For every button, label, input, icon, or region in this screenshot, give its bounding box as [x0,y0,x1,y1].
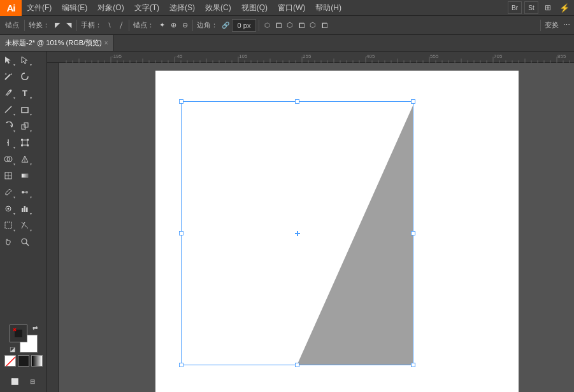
stock-icon[interactable]: St [524,1,538,14]
slice-tool[interactable]: ▾ [17,217,33,234]
anchor2-label: 锚点： [132,20,155,30]
corner-label: 边角： [196,20,219,30]
convert-btn1[interactable]: ◤ [52,18,62,32]
menu-view[interactable]: 视图(Q) [236,0,273,15]
convert-label: 转换： [27,20,51,30]
type-tool[interactable]: T ▾ [17,85,33,101]
svg-point-29 [8,208,10,210]
svg-line-6 [5,106,11,113]
color-swatches: ◪ ⇄ [0,321,47,370]
menu-select[interactable]: 选择(S) [164,0,200,15]
svg-text:855: 855 [557,53,566,59]
none-swatch[interactable] [4,355,16,367]
svg-line-35 [26,243,29,246]
gradient-tool[interactable] [17,167,33,184]
tool-row-10: ▾ ▾ [0,200,47,217]
direct-selection-tool[interactable]: ▾ [17,52,33,68]
tool-row-5: ▾ ▾ [0,118,47,134]
view-icons-row: ⬜ ⊟ [0,370,47,392]
svg-text:405: 405 [366,53,375,59]
svg-rect-14 [27,139,29,141]
rotate-tool[interactable]: ▾ [0,118,17,134]
free-transform-tool[interactable] [17,134,33,151]
svg-line-39 [6,357,15,366]
svg-rect-12 [22,140,27,145]
foreground-color-swatch[interactable] [10,325,27,342]
corner-type5[interactable]: ⬡ [308,18,318,32]
rectangle-tool[interactable]: ▾ [17,101,33,118]
shape-builder-tool[interactable]: ▾ [0,151,17,167]
menu-file[interactable]: 文件(F) [22,0,57,15]
document-tab[interactable]: 未标题-2* @ 101% (RGB/预览) × [0,35,114,51]
symbol-tool[interactable]: ▾ [0,200,17,217]
bridge-icon[interactable]: Br [508,1,522,14]
blend-tool[interactable]: ▾ [17,184,33,200]
gradient-swatch[interactable] [31,355,43,367]
pen-tool[interactable]: ▾ [0,85,17,101]
svg-rect-16 [27,144,29,146]
magic-wand-tool[interactable]: ✦ [0,68,17,85]
menu-window[interactable]: 窗口(W) [273,0,310,15]
svg-rect-7 [22,108,28,113]
corner-type6[interactable]: ⧠ [319,18,329,32]
svg-point-5 [10,90,12,92]
tool-row-11: ▾ ▾ [0,217,47,234]
handle-label: 手柄： [80,20,103,30]
sep1 [24,20,25,31]
width-tool[interactable]: ▾ [0,134,17,151]
sync-icon[interactable]: ⚡ [557,1,571,14]
workspace-icon[interactable]: ⊞ [541,1,555,14]
corner-type4[interactable]: ⧠ [296,18,306,32]
lasso-tool[interactable] [17,68,33,85]
svg-text:255: 255 [303,53,312,59]
svg-rect-13 [21,139,23,141]
menu-effect[interactable]: 效果(C) [200,0,236,15]
handle-btn2[interactable]: ⧸ [116,18,126,32]
anchor-btn3[interactable]: ⊖ [180,18,190,32]
perspective-tool[interactable]: ▾ [17,151,33,167]
scale-tool[interactable]: ▾ [17,118,33,134]
swap-colors-btn[interactable]: ⇄ [32,325,38,332]
tab-close-btn[interactable]: × [104,39,108,46]
tool-row-8 [0,167,47,184]
line-tool[interactable]: ▾ [0,101,17,118]
tab-bar: 未标题-2* @ 101% (RGB/预览) × [0,35,574,52]
selection-tool[interactable]: ▾ [0,52,17,68]
svg-marker-0 [5,57,11,64]
fill-stroke-row [3,354,44,368]
hand-tool[interactable] [0,234,17,250]
menu-edit[interactable]: 编辑(E) [57,0,92,15]
anchor-btn1[interactable]: ✦ [157,18,167,32]
black-swatch[interactable] [18,355,29,367]
convert-btn2[interactable]: ◥ [64,18,74,32]
corner-link-btn[interactable]: 🔗 [220,18,231,32]
svg-text:705: 705 [494,53,503,59]
screen-mode-btn[interactable]: ⊟ [24,373,41,389]
corner-type1[interactable]: ⬡ [262,18,272,32]
corner-type2[interactable]: ⧠ [273,18,283,32]
menu-help[interactable]: 帮助(H) [310,0,347,15]
anchor-btn2[interactable]: ⊕ [168,18,178,32]
toolbar-top: 锚点 转换： ◤ ◥ 手柄： ⧵ ⧸ 锚点： ✦ ⊕ ⊖ 边角： 🔗 ⬡ ⧠ ⬡… [0,16,574,35]
handle-btn1[interactable]: ⧵ [104,18,115,32]
draw-mode-btn[interactable]: ⬜ [6,373,23,389]
svg-rect-15 [21,144,23,146]
corner-value-input[interactable] [232,19,256,32]
sep3 [129,20,129,31]
ruler-top: -195-45105255405555705855 [47,52,574,63]
left-toolbar: ▾ ▾ ✦ ▾ T ▾ [0,52,47,392]
reset-colors-btn[interactable]: ◪ [10,346,15,353]
menu-type[interactable]: 文字(T) [129,0,164,15]
corner-type3[interactable]: ⬡ [285,18,295,32]
canvas-area[interactable]: -195-45105255405555705855 [47,52,574,392]
graph-tool[interactable]: ▾ [17,200,33,217]
mesh-tool[interactable] [0,167,17,184]
zoom-tool[interactable] [17,234,33,250]
eyedropper-tool[interactable]: ▾ [0,184,17,200]
more-btn[interactable]: ⋯ [561,18,571,32]
ruler-left [47,63,59,392]
tool-row-12 [0,234,47,250]
artboard-tool[interactable]: ▾ [0,217,17,234]
menu-object[interactable]: 对象(O) [92,0,129,15]
tool-row-1: ▾ ▾ [0,52,47,68]
